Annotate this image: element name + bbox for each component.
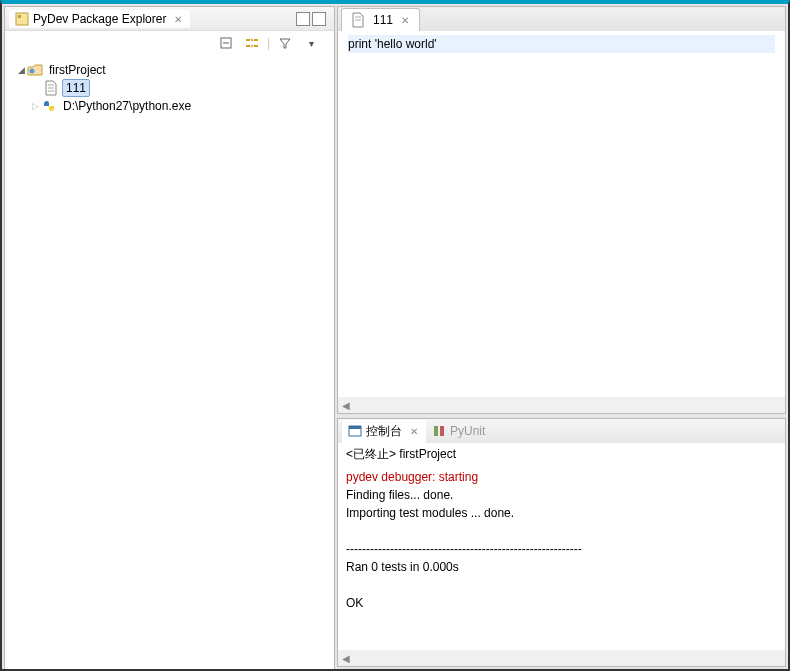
tree-file-row[interactable]: 111 bbox=[13, 79, 334, 97]
minimize-icon[interactable] bbox=[296, 12, 310, 26]
console-separator: ----------------------------------------… bbox=[346, 542, 582, 556]
pyunit-tab[interactable]: PyUnit bbox=[426, 421, 491, 441]
console-line: Finding files... done. bbox=[346, 488, 453, 502]
console-tab[interactable]: 控制台 ✕ bbox=[342, 420, 426, 443]
explorer-header: PyDev Package Explorer ✕ bbox=[5, 7, 334, 31]
svg-rect-1 bbox=[18, 15, 21, 18]
console-icon bbox=[348, 424, 362, 438]
package-explorer-panel: PyDev Package Explorer ✕ | ▾ bbox=[4, 6, 335, 671]
explorer-title: PyDev Package Explorer bbox=[33, 12, 166, 26]
close-icon[interactable]: ✕ bbox=[410, 426, 420, 436]
editor-panel: 111 ✕ print 'hello world' ◀ bbox=[337, 6, 786, 414]
view-menu-icon[interactable]: ▾ bbox=[302, 34, 320, 52]
scroll-left-icon[interactable]: ◀ bbox=[338, 400, 354, 411]
console-output[interactable]: pydev debugger: starting Finding files..… bbox=[338, 466, 785, 650]
pydev-icon bbox=[15, 12, 29, 26]
svg-rect-13 bbox=[440, 426, 444, 436]
editor-tabs: 111 ✕ bbox=[338, 7, 785, 31]
editor-tab[interactable]: 111 ✕ bbox=[341, 8, 420, 31]
console-tab-label: 控制台 bbox=[366, 423, 402, 440]
console-header: <已终止> firstProject bbox=[338, 443, 785, 466]
explorer-tab[interactable]: PyDev Package Explorer ✕ bbox=[9, 10, 190, 28]
file-icon bbox=[350, 12, 366, 28]
editor-tab-label: 111 bbox=[373, 13, 393, 27]
pyunit-tab-label: PyUnit bbox=[450, 424, 485, 438]
link-editor-icon[interactable] bbox=[243, 34, 261, 52]
console-panel: 控制台 ✕ PyUnit <已终止> firstProject pydev de… bbox=[337, 418, 786, 667]
maximize-icon[interactable] bbox=[312, 12, 326, 26]
python-path-label: D:\Python27\python.exe bbox=[60, 98, 194, 114]
console-debug-line: pydev debugger: starting bbox=[346, 470, 478, 484]
close-icon[interactable]: ✕ bbox=[174, 14, 184, 24]
console-tabs: 控制台 ✕ PyUnit bbox=[338, 419, 785, 443]
scroll-left-icon[interactable]: ◀ bbox=[338, 653, 354, 664]
svg-point-4 bbox=[30, 69, 35, 74]
svg-rect-12 bbox=[434, 426, 438, 436]
tree-python-row[interactable]: ▷ D:\Python27\python.exe bbox=[13, 97, 334, 115]
horizontal-scrollbar[interactable]: ◀ bbox=[338, 397, 785, 413]
console-line: OK bbox=[346, 596, 363, 610]
file-label: 111 bbox=[62, 79, 90, 97]
project-tree: ◢ firstProject 111 ▷ D:\Python27\py bbox=[5, 55, 334, 670]
file-icon bbox=[43, 80, 59, 96]
filter-icon[interactable] bbox=[276, 34, 294, 52]
code-line: print 'hello world' bbox=[348, 35, 775, 53]
console-line: Importing test modules ... done. bbox=[346, 506, 514, 520]
editor-content[interactable]: print 'hello world' bbox=[338, 31, 785, 397]
svg-rect-0 bbox=[16, 13, 28, 25]
horizontal-scrollbar[interactable]: ◀ bbox=[338, 650, 785, 666]
project-icon bbox=[27, 62, 43, 78]
pyunit-icon bbox=[432, 424, 446, 438]
panel-controls bbox=[296, 12, 326, 26]
expand-toggle-icon[interactable]: ▷ bbox=[29, 101, 41, 111]
explorer-toolbar: | ▾ bbox=[5, 31, 334, 55]
collapse-all-icon[interactable] bbox=[217, 34, 235, 52]
python-icon bbox=[41, 98, 57, 114]
tree-project-row[interactable]: ◢ firstProject bbox=[13, 61, 334, 79]
svg-rect-11 bbox=[349, 426, 361, 429]
console-line: Ran 0 tests in 0.000s bbox=[346, 560, 459, 574]
expand-toggle-icon[interactable]: ◢ bbox=[15, 65, 27, 75]
close-icon[interactable]: ✕ bbox=[401, 15, 411, 25]
project-label: firstProject bbox=[46, 62, 109, 78]
right-panel: 111 ✕ print 'hello world' ◀ 控制台 ✕ bbox=[337, 6, 786, 667]
